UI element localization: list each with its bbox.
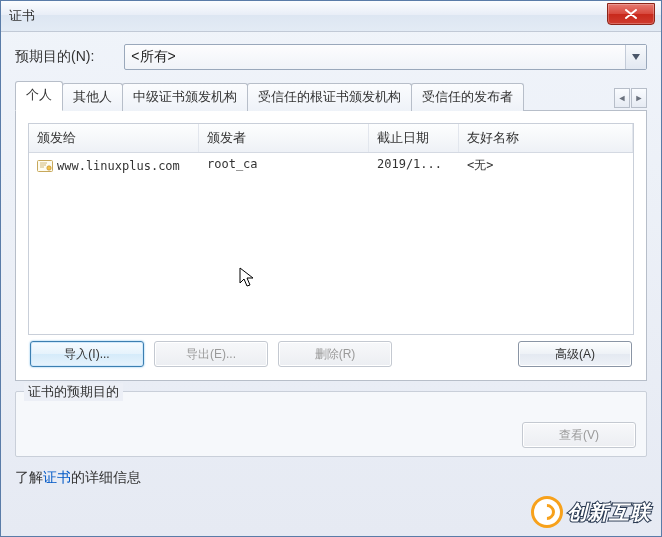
- client-area: 预期目的(N): <所有> 个人 其他人 中级证书颁发机构 受信任的根证书颁发机…: [1, 32, 661, 497]
- tab-trusted-root-ca[interactable]: 受信任的根证书颁发机构: [247, 83, 412, 111]
- purpose-label: 预期目的(N):: [15, 48, 94, 66]
- tab-scroll-left[interactable]: ◄: [614, 88, 630, 108]
- listview-body: www.linuxplus.com root_ca 2019/1... <无>: [29, 153, 633, 178]
- tabstrip: 个人 其他人 中级证书颁发机构 受信任的根证书颁发机构 受信任的发布者 ◄ ►: [15, 80, 647, 111]
- learn-more-link[interactable]: 证书: [43, 469, 71, 485]
- brand-watermark: 创新互联: [531, 496, 651, 528]
- col-expires[interactable]: 截止日期: [369, 124, 459, 152]
- certificates-dialog: 证书 预期目的(N): <所有> 个人 其他人 中级证书颁发机构 受信任的根证书…: [0, 0, 662, 537]
- tab-panel: 颁发给 颁发者 截止日期 友好名称: [15, 111, 647, 381]
- cert-listview[interactable]: 颁发给 颁发者 截止日期 友好名称: [28, 123, 634, 335]
- cell-issuer: root_ca: [199, 157, 369, 174]
- col-issuer[interactable]: 颁发者: [199, 124, 369, 152]
- cell-expires: 2019/1...: [369, 157, 459, 174]
- purpose-combo-value: <所有>: [131, 48, 175, 66]
- tab-scroll-right[interactable]: ►: [631, 88, 647, 108]
- learn-more-line: 了解证书的详细信息: [15, 469, 647, 487]
- chevron-down-icon: [625, 45, 646, 69]
- col-issued-to[interactable]: 颁发给: [29, 124, 199, 152]
- tab-scroll: ◄ ►: [614, 88, 647, 108]
- export-button: 导出(E)...: [154, 341, 268, 367]
- titlebar: 证书: [1, 1, 661, 32]
- remove-button: 删除(R): [278, 341, 392, 367]
- brand-text: 创新互联: [567, 499, 651, 526]
- tab-trusted-publishers[interactable]: 受信任的发布者: [411, 83, 524, 111]
- button-row: 导入(I)... 导出(E)... 删除(R) 高级(A): [28, 335, 634, 367]
- close-icon: [625, 9, 637, 19]
- window-title: 证书: [9, 7, 35, 25]
- brand-logo-icon: [531, 496, 563, 528]
- intended-purposes-group: 证书的预期目的 查看(V): [15, 391, 647, 457]
- purpose-row: 预期目的(N): <所有>: [15, 44, 647, 70]
- svg-point-1: [47, 165, 51, 169]
- import-button[interactable]: 导入(I)...: [30, 341, 144, 367]
- tab-personal[interactable]: 个人: [15, 81, 63, 111]
- listview-header: 颁发给 颁发者 截止日期 友好名称: [29, 124, 633, 153]
- tab-intermediate-ca[interactable]: 中级证书颁发机构: [122, 83, 248, 111]
- window-close-button[interactable]: [607, 3, 655, 25]
- cell-friendly: <无>: [459, 157, 633, 174]
- advanced-button[interactable]: 高级(A): [518, 341, 632, 367]
- col-friendly-name[interactable]: 友好名称: [459, 124, 633, 152]
- table-row[interactable]: www.linuxplus.com root_ca 2019/1... <无>: [29, 153, 633, 178]
- certificate-icon: [37, 160, 53, 172]
- purpose-combo[interactable]: <所有>: [124, 44, 647, 70]
- view-button: 查看(V): [522, 422, 636, 448]
- cell-issued-to: www.linuxplus.com: [57, 159, 180, 173]
- tab-other-people[interactable]: 其他人: [62, 83, 123, 111]
- group-legend: 证书的预期目的: [24, 383, 123, 401]
